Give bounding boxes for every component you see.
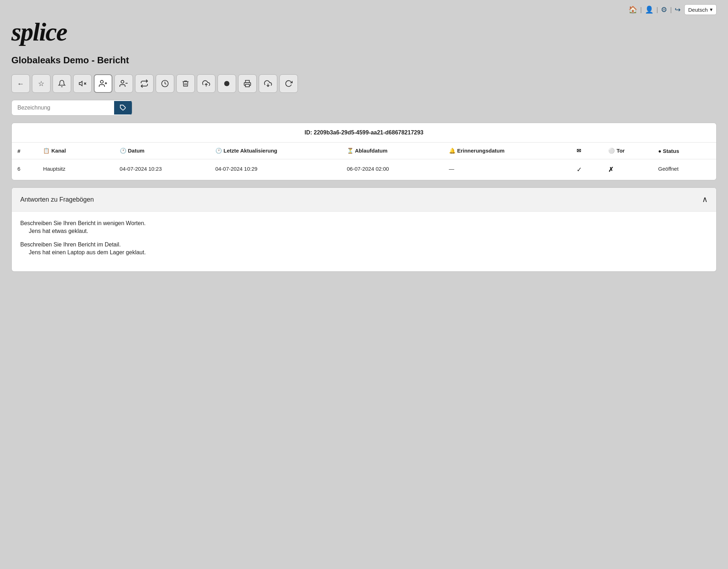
settings-icon[interactable]: ⚙ (661, 5, 667, 14)
top-bar: 🏠 | 👤 | ⚙ | ↪ Deutsch ▾ (0, 0, 728, 19)
status-icon: ● (658, 148, 663, 154)
separator-3: | (670, 6, 672, 14)
collapse-icon: ∧ (702, 195, 708, 204)
questionnaire-section: Antworten zu Fragebögen ∧ Beschreiben Si… (11, 187, 717, 272)
ablauf-icon: ⏳ (347, 148, 355, 154)
qa-answer-2: Jens hat einen Laptop aus dem Lager gekl… (29, 249, 708, 256)
col-header-letzte: 🕐 Letzte Aktualisierung (210, 143, 341, 159)
col-header-datum: 🕐 Datum (114, 143, 210, 159)
qa-item-1: Beschreiben Sie Ihren Bericht in wenigen… (20, 220, 708, 234)
questionnaire-title: Antworten zu Fragebögen (20, 196, 94, 203)
download-button[interactable] (259, 74, 277, 93)
svg-point-3 (101, 80, 103, 83)
nav-icons: 🏠 | 👤 | ⚙ | ↪ (628, 5, 681, 14)
kanal-icon: 📋 (43, 148, 51, 154)
logout-icon[interactable]: ↪ (675, 5, 681, 14)
col-header-email: ✉ (571, 143, 603, 159)
separator-2: | (657, 6, 658, 14)
page-title: Globaleaks Demo - Bericht (0, 48, 728, 74)
remove-receiver-button[interactable] (114, 74, 133, 93)
svg-point-6 (121, 80, 124, 83)
qa-answer-1: Jens hat etwas geklaut. (29, 228, 708, 234)
qa-question-1: Beschreiben Sie Ihren Bericht in wenigen… (20, 220, 708, 227)
notification-button[interactable] (53, 74, 71, 93)
erinnerung-icon: 🔔 (449, 148, 457, 154)
user-icon[interactable]: 👤 (645, 5, 654, 14)
cell-email-check: ✓ (571, 159, 603, 180)
col-header-erinnerung: 🔔 Erinnerungsdatum (443, 143, 571, 159)
print-button[interactable] (238, 74, 257, 93)
cell-tor: ✗ (603, 159, 652, 180)
cell-letzte-aktualisierung: 04-07-2024 10:29 (210, 159, 341, 180)
report-table-body: 6 Hauptsitz 04-07-2024 10:23 04-07-2024 … (12, 159, 716, 180)
letzte-icon: 🕐 (215, 148, 224, 154)
svg-rect-11 (246, 84, 250, 87)
svg-marker-0 (79, 81, 82, 86)
refresh-button[interactable] (279, 74, 298, 93)
report-table-container: ID: 2209b3a6-29d5-4599-aa21-d68678217293… (11, 123, 717, 180)
logo-area: splice (0, 19, 728, 48)
col-header-status: ● Status (653, 143, 716, 159)
logo: splice (11, 19, 717, 45)
col-header-ablauf: ⏳ Ablaufdatum (341, 143, 443, 159)
table-row: 6 Hauptsitz 04-07-2024 10:23 04-07-2024 … (12, 159, 716, 180)
cell-kanal: Hauptsitz (37, 159, 114, 180)
postpone-button[interactable] (156, 74, 174, 93)
language-selector[interactable]: Deutsch ▾ (684, 4, 717, 15)
qa-question-2: Beschreiben Sie Ihren Bericht im Detail. (20, 241, 708, 248)
toolbar: ← ☆ (0, 74, 728, 100)
main-content: ID: 2209b3a6-29d5-4599-aa21-d68678217293… (11, 100, 717, 272)
record-button[interactable] (218, 74, 236, 93)
search-row (11, 100, 132, 116)
search-input[interactable] (12, 100, 114, 115)
back-button[interactable]: ← (11, 74, 30, 93)
add-receiver-button[interactable] (94, 74, 112, 93)
table-header-row: # 📋 Kanal 🕐 Datum 🕐 Letzte Aktualisierun… (12, 143, 716, 159)
mute-button[interactable] (73, 74, 92, 93)
language-label: Deutsch (688, 7, 708, 13)
col-header-kanal: 📋 Kanal (37, 143, 114, 159)
separator-1: | (640, 6, 642, 14)
home-icon[interactable]: 🏠 (628, 5, 637, 14)
report-table: # 📋 Kanal 🕐 Datum 🕐 Letzte Aktualisierun… (12, 143, 716, 180)
star-button[interactable]: ☆ (32, 74, 50, 93)
cell-hash: 6 (12, 159, 37, 180)
cell-status: Geöffnet (653, 159, 716, 180)
email-icon: ✉ (577, 148, 581, 154)
tor-cross-icon: ✗ (608, 166, 614, 173)
transfer-button[interactable] (135, 74, 154, 93)
qa-item-2: Beschreiben Sie Ihren Bericht im Detail.… (20, 241, 708, 256)
upload-button[interactable] (197, 74, 215, 93)
questionnaire-body: Beschreiben Sie Ihren Bericht in wenigen… (12, 212, 716, 271)
chevron-down-icon: ▾ (710, 6, 713, 13)
col-header-tor: ⚪ Tor (603, 143, 652, 159)
email-check-icon: ✓ (577, 166, 582, 173)
datum-icon: 🕐 (120, 148, 128, 154)
cell-erinnerungsdatum: — (443, 159, 571, 180)
delete-button[interactable] (176, 74, 195, 93)
tor-icon: ⚪ (608, 148, 616, 154)
cell-ablaufdatum: 06-07-2024 02:00 (341, 159, 443, 180)
search-button[interactable] (114, 101, 132, 115)
report-id-row: ID: 2209b3a6-29d5-4599-aa21-d68678217293 (12, 123, 716, 143)
cell-datum: 04-07-2024 10:23 (114, 159, 210, 180)
col-header-hash: # (12, 143, 37, 159)
svg-point-10 (224, 81, 230, 86)
hash-icon: # (17, 148, 20, 154)
report-id-label: ID: (305, 129, 312, 135)
questionnaire-header[interactable]: Antworten zu Fragebögen ∧ (12, 188, 716, 212)
report-id-value: 2209b3a6-29d5-4599-aa21-d68678217293 (314, 129, 424, 135)
